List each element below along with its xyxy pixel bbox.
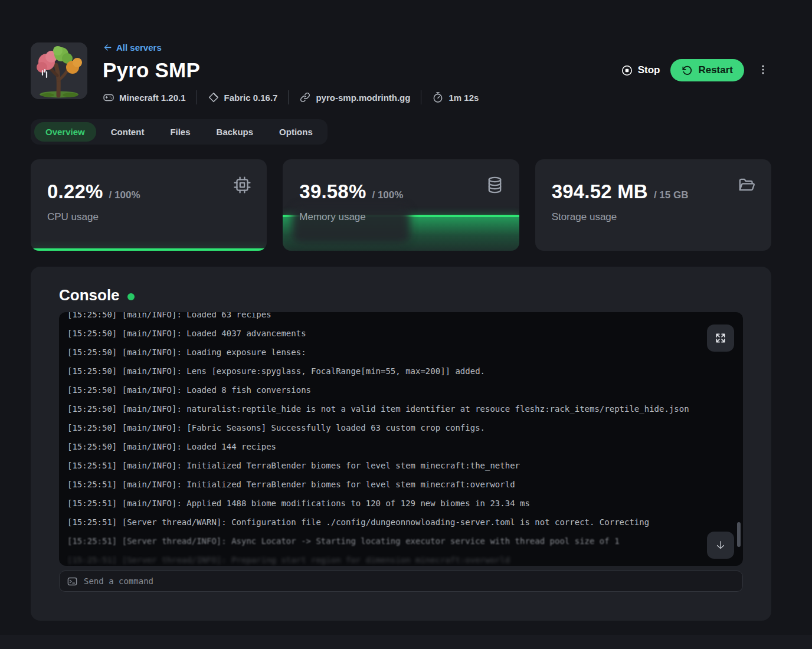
console-title: Console [59,286,120,304]
meta-game-version: Minecraft 1.20.1 [103,91,186,103]
tab-options[interactable]: Options [268,122,324,142]
fabric-icon [208,91,220,103]
storage-usage-card: 394.52 MB / 15 GB Storage usage [535,159,771,251]
restart-icon [682,65,693,76]
meta-loader-version: Fabric 0.16.7 [208,91,278,103]
terminal-icon [67,576,78,587]
meta-server-address[interactable]: pyro-smp.modrinth.gg [299,91,410,103]
more-options-button[interactable] [755,61,771,80]
console-log-line: [15:25:51] [Server thread/INFO]: Prepari… [67,550,735,566]
restart-button[interactable]: Restart [670,59,744,81]
tab-bar: OverviewContentFilesBackupsOptions [31,119,328,145]
arrow-down-icon [715,539,726,551]
console-log-area[interactable]: [15:25:50] [main/INFO]: Loaded 63 recipe… [59,312,743,566]
cpu-usage-value: 0.22% [47,181,103,203]
meta-uptime: 1m 12s [432,91,479,103]
console-log-line: [15:25:51] [Server thread/WARN]: Configu… [67,513,735,532]
scroll-to-bottom-button[interactable] [707,532,734,559]
server-header: All servers Pyro SMP Minecraft 1.20.1 Fa… [31,35,771,104]
tab-backups[interactable]: Backups [205,122,265,142]
cpu-usage-fill [31,248,267,251]
folder-open-icon [738,176,756,194]
kebab-menu-icon [757,64,769,76]
server-actions: Stop Restart [621,59,771,81]
tab-content[interactable]: Content [100,122,156,142]
server-avatar [31,42,87,99]
console-log-line: [15:25:50] [main/INFO]: Loaded 4037 adva… [67,324,735,343]
meta-label: pyro-smp.modrinth.gg [316,93,410,103]
console-log-line: [15:25:51] [Server thread/INFO]: Async L… [67,532,735,550]
console-log-line: [15:25:50] [main/INFO]: Loaded 144 recip… [67,437,735,456]
console-scrollbar-thumb[interactable] [737,522,741,547]
meta-separator [288,90,289,104]
cpu-usage-max: / 100% [109,189,140,201]
stop-button-label: Stop [638,64,660,76]
cpu-icon [233,176,251,194]
arrow-left-icon [103,42,113,53]
cpu-usage-card: 0.22% / 100% CPU usage [31,159,267,251]
meta-separator [421,90,421,104]
server-dashboard-page: All servers Pyro SMP Minecraft 1.20.1 Fa… [0,0,812,649]
server-online-status-dot [127,293,135,300]
meta-label: 1m 12s [448,93,479,103]
meta-label: Fabric 0.16.7 [224,93,278,103]
console-log-line: [15:25:50] [main/INFO]: naturalist:repti… [67,399,735,418]
link-icon [299,91,311,103]
expand-icon [715,332,726,344]
cpu-usage-label: CPU usage [47,211,99,223]
footer-band [0,635,812,649]
memory-usage-label: Memory usage [299,211,365,223]
console-log-line: [15:25:50] [main/INFO]: Loading exposure… [67,343,735,362]
memory-usage-value: 39.58% [299,181,366,203]
stats-row: 0.22% / 100% CPU usage 39.58% / 100% Mem… [31,159,771,251]
tab-overview[interactable]: Overview [34,122,96,142]
restart-button-label: Restart [698,64,733,76]
memory-usage-card: 39.58% / 100% Memory usage [283,159,519,251]
gamepad-icon [103,91,114,103]
meta-label: Minecraft 1.20.1 [119,93,186,103]
console-log-line: [15:25:50] [main/INFO]: Loaded 63 recipe… [67,312,735,324]
console-log-line: [15:25:51] [main/INFO]: Applied 1488 bio… [67,494,735,513]
storage-usage-label: Storage usage [552,211,617,223]
console-log: [15:25:50] [main/INFO]: Loaded 63 recipe… [59,312,743,566]
back-to-all-servers-link[interactable]: All servers [103,42,162,53]
memory-usage-max: / 100% [372,189,403,201]
tab-files[interactable]: Files [159,122,201,142]
command-input-box [59,571,743,592]
console-log-line: [15:25:51] [main/INFO]: Initialized Terr… [67,456,735,475]
expand-console-button[interactable] [707,324,734,352]
console-card: Console [15:25:50] [main/INFO]: Loaded 6… [31,267,771,621]
console-log-line: [15:25:50] [main/INFO]: [Fabric Seasons]… [67,418,735,437]
command-input[interactable] [84,576,735,586]
console-log-line: [15:25:51] [main/INFO]: Initialized Terr… [67,475,735,494]
console-log-line: [15:25:50] [main/INFO]: Loaded 8 fish co… [67,381,735,399]
server-info: All servers Pyro SMP Minecraft 1.20.1 Fa… [103,35,479,104]
server-meta-row: Minecraft 1.20.1 Fabric 0.16.7 pyro-smp.… [103,90,479,104]
console-log-line: [15:25:50] [main/INFO]: Lens [exposure:s… [67,362,735,381]
stop-icon [621,64,633,77]
seasons-tree-icon [31,42,87,99]
storage-usage-value: 394.52 MB [552,181,648,203]
stop-button[interactable]: Stop [621,64,660,77]
back-link-label: All servers [116,42,162,53]
database-icon [486,176,504,194]
page-title: Pyro SMP [103,58,479,82]
storage-usage-max: / 15 GB [654,189,689,201]
meta-separator [197,90,197,104]
timer-icon [432,91,444,103]
